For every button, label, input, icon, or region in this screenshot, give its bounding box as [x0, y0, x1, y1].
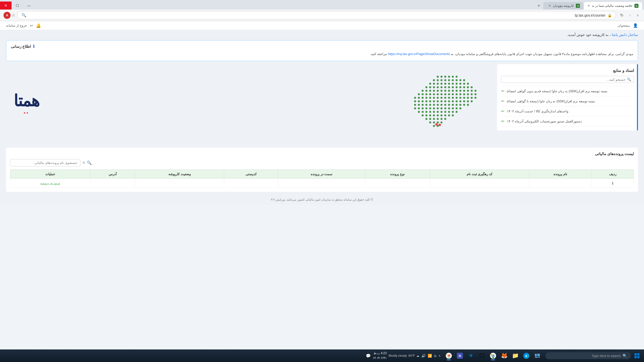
svg-point-76	[437, 97, 439, 99]
svg-point-2	[444, 76, 446, 78]
browser-tabs: ⚙ خلاصه وضعیت مالیاتی شما در ند ✕ ⚙ کارپ…	[36, 2, 644, 10]
taskview-button[interactable]	[532, 351, 542, 361]
doc-item-4-text: دستورالعمل صدور صورتحساب الکترونیکی آذرم…	[507, 119, 582, 123]
volume-icon[interactable]: 🔊	[421, 354, 426, 358]
svg-point-101	[467, 100, 469, 102]
svg-point-91	[429, 100, 431, 102]
tab1-close[interactable]: ✕	[587, 4, 590, 8]
docs-search-bar: 🔍	[501, 76, 634, 83]
svg-point-9	[444, 79, 446, 81]
svg-point-90	[425, 100, 427, 102]
svg-point-148	[444, 114, 446, 116]
col-file-type: نوع پرونده	[365, 170, 430, 179]
notification-link[interactable]: https://my.tax.gov.ir/Page/ShowDocuments	[388, 52, 450, 56]
docs-section: اسناد و منابع 🔍 بسته توسعه نرم افزار(SDK…	[497, 64, 638, 130]
doc-edit-icon-2[interactable]: ✏	[501, 99, 504, 104]
svg-point-94	[440, 100, 442, 102]
doc-edit-icon-4[interactable]: ✏	[501, 119, 504, 124]
svg-point-152	[429, 118, 431, 120]
chevron-up-icon[interactable]: ∧	[438, 354, 441, 357]
tab2-close[interactable]: ✕	[548, 4, 551, 8]
svg-point-120	[422, 107, 424, 109]
close-button[interactable]: ✕	[0, 2, 12, 10]
taskview-icon	[535, 354, 540, 358]
svg-point-113	[452, 104, 454, 106]
svg-point-97	[452, 100, 454, 102]
svg-point-110	[440, 104, 442, 106]
svg-point-1	[440, 76, 442, 78]
tab1-icon: ⚙	[634, 4, 638, 8]
docs-list: بسته توسعه نرم افزار(SDK) به زبان جاوا (…	[501, 86, 634, 126]
svg-point-4	[452, 76, 454, 78]
bookmark-button[interactable]: ☆	[12, 13, 15, 18]
cell-tracking-code	[430, 179, 529, 188]
edge-icon: e	[523, 353, 529, 359]
new-tab-button[interactable]: +	[535, 2, 543, 10]
svg-point-39	[422, 90, 424, 92]
minimize-button[interactable]: —	[23, 2, 35, 10]
svg-point-122	[429, 107, 431, 109]
cell-postal	[224, 179, 278, 188]
svg-point-54	[418, 93, 420, 95]
taskbar-search-bar[interactable]: 🔍 Type here to search	[545, 352, 631, 359]
blue-app[interactable]: N	[455, 351, 465, 361]
cell-status	[135, 179, 224, 188]
address-bar[interactable]: 🔒 tp.tax.gov.ir/counter 🔍	[17, 11, 616, 19]
list-item: بسته توسعه نرم افزار(SDK) به زبان جاوا (…	[501, 96, 634, 106]
back-button[interactable]: ‹	[635, 12, 640, 19]
browser-tab-2[interactable]: ⚙ کارپوشه مؤودیان ✕	[543, 2, 583, 10]
tax-search-go-button[interactable]: 🔍	[87, 160, 92, 165]
svg-point-87	[414, 100, 416, 102]
welcome-link[interactable]: ساختار دانش پاشا	[612, 33, 638, 37]
tax-search-clear-button[interactable]: ✕	[82, 160, 85, 165]
svg-point-46	[448, 90, 450, 92]
notification-suffix: مراجعه کنید.	[370, 52, 387, 56]
chrome-alt-app[interactable]	[444, 351, 454, 361]
firefox-app[interactable]: 🦊	[499, 351, 509, 361]
refresh-button[interactable]: ↻	[618, 12, 625, 19]
windows-icon	[634, 353, 639, 358]
tab1-label: خلاصه وضعیت مالیاتی شما در ند	[592, 4, 632, 8]
svg-point-55	[422, 93, 424, 95]
notification-center-icon[interactable]: 💬	[366, 353, 371, 358]
col-file-name: نام پرونده	[529, 170, 591, 179]
start-button[interactable]	[632, 351, 642, 361]
svg-point-25	[467, 83, 469, 85]
forward-button[interactable]: ›	[627, 12, 633, 19]
svg-point-0	[437, 76, 439, 78]
doc-item-3-text: واحدهای اندازه‌گیری کالا / خدمت آذرماه ۱…	[507, 109, 568, 113]
svg-point-132	[422, 111, 424, 113]
taskbar-search-icon: 🔍	[623, 354, 627, 358]
svg-point-12	[456, 79, 458, 81]
maximize-button[interactable]: ☐	[12, 2, 23, 10]
svg-point-135	[433, 111, 435, 113]
docs-search-button[interactable]: 🔍	[627, 77, 631, 81]
weather-icon: ☁	[416, 354, 419, 357]
edge-app[interactable]: e	[521, 351, 531, 361]
clock-display[interactable]: 4:23 ب.ظ ۱۴۰۳/۰۲/۳۱	[373, 351, 387, 360]
bell-icon[interactable]: 🔔	[36, 23, 41, 28]
doc-edit-icon-3[interactable]: ✏	[501, 109, 504, 114]
docs-search-input[interactable]	[504, 78, 625, 81]
svg-point-70	[414, 97, 416, 99]
svg-point-158	[433, 121, 435, 123]
welcome-banner: ساختار دانش پاشا ، به کارپوشه خود خوش آم…	[0, 30, 644, 38]
chrome-alt-icon	[446, 353, 452, 359]
profile-avatar[interactable]: A	[4, 12, 11, 19]
doc-edit-icon-1[interactable]: ✏	[501, 89, 504, 94]
vpn-app[interactable]: 🛡	[477, 351, 487, 361]
browser-tab-1[interactable]: ⚙ خلاصه وضعیت مالیاتی شما در ند ✕	[584, 2, 642, 10]
file-explorer-app[interactable]: 📁	[510, 351, 520, 361]
telegram-app[interactable]: ✈	[466, 351, 476, 361]
svg-point-23	[459, 83, 461, 85]
enter-file-button[interactable]: ورود به پرونده	[41, 181, 60, 185]
svg-point-21	[452, 83, 454, 85]
chrome-app[interactable]	[488, 351, 498, 361]
tax-search-input[interactable]	[10, 159, 80, 166]
svg-point-95	[444, 100, 446, 102]
svg-point-157	[429, 121, 431, 123]
cell-action[interactable]: ورود به پرونده	[10, 179, 90, 188]
weather-widget: ☁ 64°F Mostly cloudy	[389, 354, 419, 357]
logout-label[interactable]: خروج از سامانه	[6, 24, 27, 27]
n-icon: N	[457, 353, 463, 359]
